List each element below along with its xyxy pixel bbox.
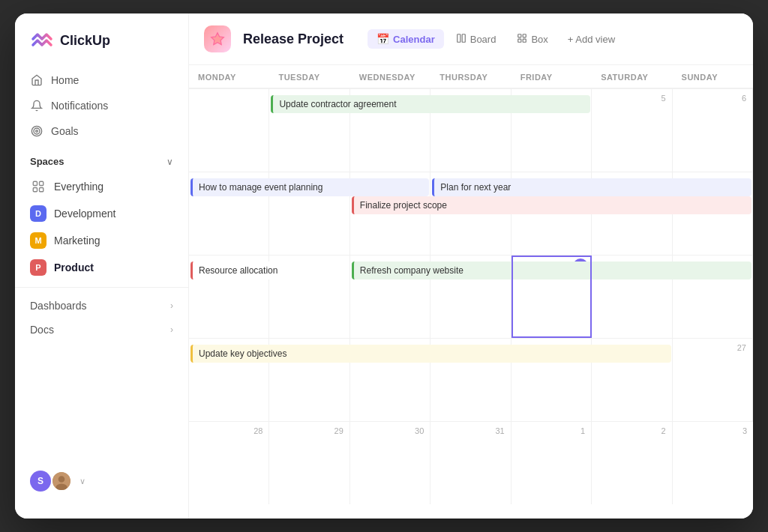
svg-rect-12 (462, 34, 465, 42)
svg-rect-11 (457, 34, 460, 42)
dashboards-label: Dashboards (30, 300, 87, 312)
day-header-monday: Monday (189, 65, 269, 88)
project-title: Release Project (243, 31, 344, 47)
sidebar-nav: Home Notifications Goals (15, 67, 188, 144)
view-tabs: 📅 Calendar Board Box + Add view (368, 29, 622, 49)
sidebar: ClickUp Home Notifications Goals (15, 13, 189, 519)
day-header-friday: Friday (512, 65, 592, 88)
main-header: Release Project 📅 Calendar Board Box (189, 13, 753, 65)
event-bar-w1-e2[interactable]: Finalize project scope (352, 196, 752, 214)
docs-label: Docs (30, 324, 54, 336)
spaces-title: Spaces (30, 156, 64, 167)
day-header-saturday: Saturday (592, 65, 672, 88)
main-content: Release Project 📅 Calendar Board Box (189, 13, 753, 519)
svg-rect-13 (518, 34, 521, 37)
svg-rect-14 (524, 34, 526, 37)
sidebar-item-development[interactable]: D Development (21, 200, 182, 227)
week-row-3: 21222324252627Update key objectives (189, 339, 753, 422)
event-bar-w1-e1[interactable]: Plan for next year (432, 178, 752, 196)
day-cell-w0-d5[interactable]: 5 (592, 89, 672, 172)
everything-label: Everything (54, 181, 104, 193)
sidebar-item-dashboards[interactable]: Dashboards › (15, 294, 188, 318)
sidebar-item-notifications[interactable]: Notifications (21, 93, 182, 118)
day-cell-w0-d6[interactable]: 6 (673, 89, 753, 172)
svg-marker-10 (212, 33, 224, 45)
clickup-logo-icon (30, 28, 54, 52)
day-cell-w4-d0[interactable]: 28 (189, 422, 269, 504)
day-header-sunday: Sunday (673, 65, 753, 88)
svg-point-0 (32, 126, 41, 136)
add-view-label: + Add view (568, 34, 615, 45)
svg-point-9 (56, 483, 67, 491)
project-icon (204, 25, 231, 52)
week-row-2: 14151617181920Resource allocationRefresh… (189, 256, 753, 339)
bell-icon (30, 99, 44, 112)
board-tab-icon (456, 33, 466, 46)
home-icon (30, 73, 44, 87)
svg-rect-6 (40, 188, 44, 192)
calendar-area: Monday Tuesday Wednesday Thursday Friday… (189, 65, 753, 519)
day-cell-w3-d6[interactable]: 27 (673, 339, 753, 421)
event-bar-w2-e1[interactable]: Refresh company website (352, 262, 752, 279)
development-label: Development (54, 208, 116, 220)
goals-label: Goals (51, 125, 79, 137)
svg-point-8 (58, 476, 65, 483)
add-view-button[interactable]: + Add view (560, 30, 622, 49)
dashboards-chevron-icon: › (170, 300, 173, 311)
product-label: Product (54, 262, 94, 273)
day-cell-w4-d5[interactable]: 2 (592, 422, 672, 504)
development-badge: D (30, 205, 46, 222)
calendar-day-headers: Monday Tuesday Wednesday Thursday Friday… (189, 65, 753, 89)
marketing-label: Marketing (54, 235, 100, 247)
event-bar-w3-e0[interactable]: Update key objectives (190, 345, 671, 363)
logo-text: ClickUp (60, 33, 110, 49)
svg-point-2 (36, 130, 38, 133)
svg-rect-4 (40, 181, 44, 185)
event-bar-w0-e0[interactable]: Update contractor agreement (271, 95, 590, 113)
sidebar-item-product[interactable]: P Product (21, 254, 182, 281)
event-bar-w2-e0[interactable]: Resource allocation (190, 262, 349, 279)
tab-calendar[interactable]: 📅 Calendar (368, 29, 444, 49)
day-cell-w0-d0[interactable] (189, 89, 269, 172)
marketing-badge: M (30, 232, 46, 249)
event-bar-w1-e0[interactable]: How to manage event planning (190, 178, 429, 196)
sidebar-item-docs[interactable]: Docs › (15, 318, 188, 342)
day-header-thursday: Thursday (430, 65, 511, 88)
sidebar-footer: S ∨ (15, 459, 188, 504)
calendar-tab-icon: 📅 (376, 33, 389, 45)
spaces-chevron-icon[interactable]: ∨ (166, 157, 173, 167)
avatar-s[interactable]: S (30, 471, 51, 492)
calendar-tab-label: Calendar (393, 34, 435, 45)
user-menu-chevron-icon[interactable]: ∨ (80, 477, 86, 486)
day-cell-w4-d1[interactable]: 29 (269, 422, 350, 504)
box-tab-icon (517, 33, 527, 46)
calendar-weeks: 123456Update contractor agreement7891011… (189, 89, 753, 504)
svg-point-1 (34, 128, 40, 134)
day-cell-w4-d3[interactable]: 31 (430, 422, 511, 504)
tab-box[interactable]: Box (508, 29, 556, 49)
sidebar-item-everything[interactable]: Everything (21, 173, 182, 200)
svg-rect-16 (524, 39, 526, 42)
sidebar-item-marketing[interactable]: M Marketing (21, 227, 182, 254)
day-cell-w4-d4[interactable]: 1 (512, 422, 592, 504)
board-tab-label: Board (470, 34, 496, 45)
day-cell-w4-d2[interactable]: 30 (350, 422, 430, 504)
svg-rect-3 (33, 181, 37, 185)
product-badge: P (30, 259, 46, 276)
sidebar-item-goals[interactable]: Goals (21, 118, 182, 144)
day-cell-w4-d6[interactable]: 3 (673, 422, 753, 504)
tab-board[interactable]: Board (447, 29, 506, 49)
day-header-wednesday: Wednesday (350, 65, 430, 88)
svg-rect-5 (33, 188, 37, 192)
sidebar-item-home[interactable]: Home (21, 67, 182, 93)
day-header-tuesday: Tuesday (269, 65, 350, 88)
week-row-0: 123456Update contractor agreement (189, 89, 753, 172)
docs-chevron-icon: › (170, 324, 173, 335)
everything-icon (30, 178, 46, 195)
svg-rect-15 (518, 39, 521, 42)
app-container: ClickUp Home Notifications Goals (15, 13, 753, 519)
avatar-photo[interactable] (51, 471, 72, 492)
spaces-section-header: Spaces ∨ (15, 144, 188, 173)
notifications-label: Notifications (51, 100, 108, 112)
target-icon (30, 124, 44, 138)
